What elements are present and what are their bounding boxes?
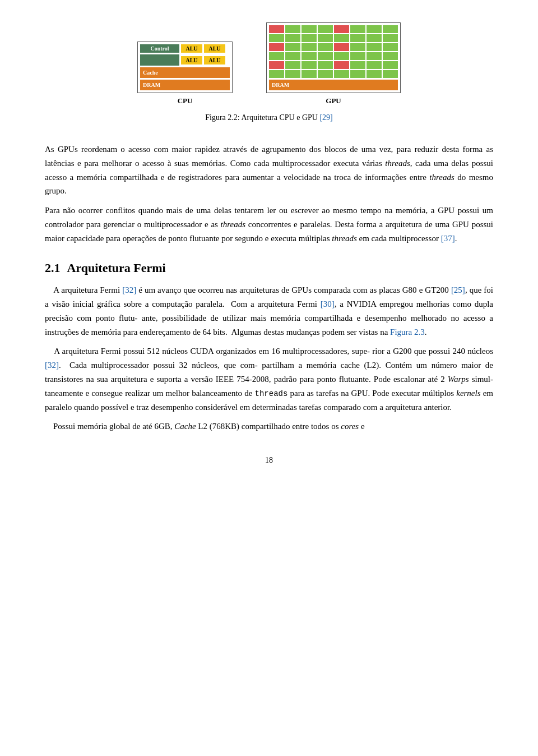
gpu-cell [302, 70, 317, 78]
gpu-cell [350, 70, 365, 78]
gpu-cell [302, 25, 317, 33]
gpu-cell [269, 70, 284, 78]
gpu-cell [383, 61, 398, 69]
section-title: Arquitetura Fermi [67, 261, 166, 275]
figref-2-3: Figura 2.3 [390, 328, 425, 336]
cpu-inner: Control ALU ALU ALU ALU Cache DRAM [137, 42, 233, 93]
cpu-alu-3: ALU [181, 56, 202, 64]
paragraph-2: Para não ocorrer conflitos quando mais d… [45, 204, 493, 245]
cpu-control-label: Control [140, 44, 179, 53]
gpu-cell [334, 70, 349, 78]
italic-cache: Cache [174, 422, 196, 431]
gpu-cell [383, 34, 398, 42]
gpu-cell [302, 43, 317, 51]
section-paragraph-1: A arquitetura Fermi [32] é um avanço que… [45, 283, 493, 339]
cpu-alu-4: ALU [204, 56, 225, 64]
italic-threads-2: threads [429, 173, 454, 182]
gpu-cell [269, 52, 284, 60]
ref-37: [37] [441, 234, 455, 243]
gpu-cell [318, 61, 333, 69]
gpu-cell [334, 61, 349, 69]
gpu-cell [350, 43, 365, 51]
italic-threads-3: threads [221, 220, 245, 229]
gpu-cell [269, 25, 284, 33]
ref-32a: [32] [122, 285, 136, 294]
cpu-alu-1: ALU [181, 44, 202, 53]
diagrams-row: Control ALU ALU ALU ALU Cache DRAM [137, 22, 401, 105]
gpu-cell [302, 61, 317, 69]
italic-threads-1: threads [385, 159, 410, 168]
gpu-cell [334, 34, 349, 42]
gpu-rows [269, 25, 398, 78]
gpu-cell [334, 43, 349, 51]
gpu-cell [334, 25, 349, 33]
gpu-cell [350, 61, 365, 69]
gpu-cell [269, 34, 284, 42]
gpu-cell [350, 52, 365, 60]
gpu-cell [285, 43, 300, 51]
italic-cores: cores [341, 422, 359, 431]
gpu-cell [367, 70, 382, 78]
gpu-cell [383, 25, 398, 33]
gpu-cell [269, 61, 284, 69]
gpu-cell [318, 25, 333, 33]
gpu-row-6 [269, 70, 398, 78]
gpu-inner: DRAM [266, 22, 401, 93]
gpu-cell [350, 34, 365, 42]
section-text-block: A arquitetura Fermi [32] é um avanço que… [45, 283, 493, 434]
cpu-label: CPU [178, 96, 193, 105]
gpu-cell [367, 61, 382, 69]
figure-caption-text: Figura 2.2: Arquitetura CPU e GPU [205, 113, 319, 122]
cpu-diagram: Control ALU ALU ALU ALU Cache DRAM [137, 42, 233, 105]
ref-32b: [32] [45, 361, 59, 370]
gpu-cell [285, 52, 300, 60]
figure-container: Control ALU ALU ALU ALU Cache DRAM [45, 22, 493, 132]
gpu-cell [350, 25, 365, 33]
cpu-cache-label: Cache [140, 67, 230, 78]
gpu-row-1 [269, 25, 398, 33]
italic-warps: Warps [448, 375, 469, 384]
italic-threads-4: threads [332, 234, 356, 243]
gpu-cell [302, 34, 317, 42]
gpu-cell [318, 70, 333, 78]
gpu-cell [285, 61, 300, 69]
gpu-cell [367, 43, 382, 51]
gpu-cell [383, 43, 398, 51]
gpu-dram-label: DRAM [269, 80, 398, 90]
gpu-cell [318, 52, 333, 60]
paragraph-1: As GPUs reordenam o acesso com maior rap… [45, 142, 493, 198]
gpu-cell [334, 52, 349, 60]
main-text-block: As GPUs reordenam o acesso com maior rap… [45, 142, 493, 245]
gpu-row-2 [269, 34, 398, 42]
ref-30: [30] [321, 299, 335, 308]
ref-25: [25] [451, 285, 465, 294]
section-number: 2.1 [45, 261, 61, 275]
section-heading: 2.1Arquitetura Fermi [45, 261, 493, 275]
cpu-alu-2: ALU [204, 44, 225, 53]
gpu-cell [302, 52, 317, 60]
gpu-label: GPU [326, 96, 341, 105]
cpu-control-ext [140, 54, 179, 66]
gpu-cell [383, 52, 398, 60]
gpu-cell [367, 25, 382, 33]
cpu-row-2: ALU ALU [140, 54, 230, 66]
gpu-cell [367, 34, 382, 42]
gpu-row-5 [269, 61, 398, 69]
italic-kernels: kernels [456, 389, 480, 398]
cpu-dram-label: DRAM [140, 80, 230, 90]
cpu-cache-row: Cache [140, 67, 230, 78]
gpu-row-4 [269, 52, 398, 60]
page-number: 18 [45, 456, 493, 465]
figure-caption: Figura 2.2: Arquitetura CPU e GPU [29] [205, 113, 332, 122]
figure-caption-ref: [29] [319, 113, 332, 122]
gpu-cell [318, 43, 333, 51]
cpu-row-1: Control ALU ALU [140, 44, 230, 53]
cpu-dram-row: DRAM [140, 80, 230, 90]
section-paragraph-2: A arquitetura Fermi possui 512 núcleos C… [45, 344, 493, 414]
gpu-cell [318, 34, 333, 42]
code-threads: threads [255, 389, 288, 398]
gpu-cell [383, 70, 398, 78]
gpu-cell [285, 34, 300, 42]
section-paragraph-3: Possui memória global de até 6GB, Cache … [45, 420, 493, 434]
gpu-cell [285, 25, 300, 33]
